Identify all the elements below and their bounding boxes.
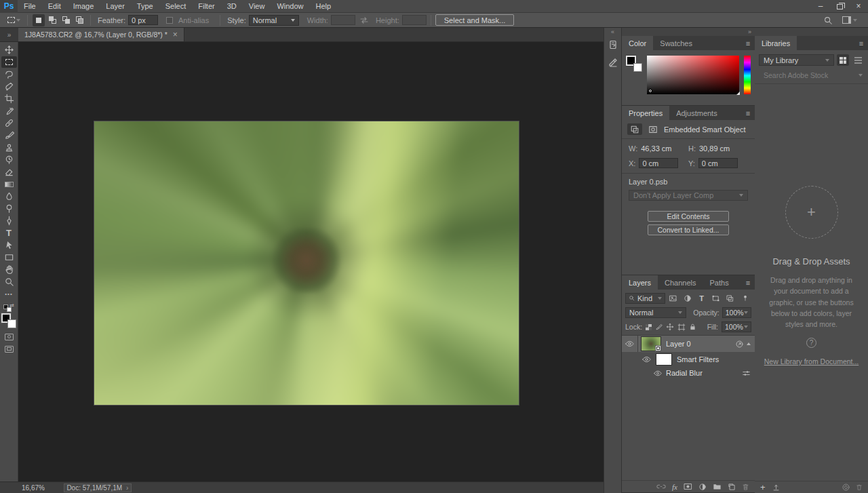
height-input[interactable] xyxy=(402,15,427,25)
y-input[interactable] xyxy=(698,158,738,168)
tab-adjustments[interactable]: Adjustments xyxy=(669,106,724,120)
filter-pixel-layers-icon[interactable] xyxy=(667,292,679,304)
smart-filters-row[interactable]: Smart Filters xyxy=(622,352,755,367)
add-content-icon[interactable]: + xyxy=(760,482,766,492)
x-input[interactable] xyxy=(639,158,678,168)
filter-shape-layers-icon[interactable] xyxy=(709,292,722,304)
menu-window[interactable]: Window xyxy=(271,0,309,13)
menu-type[interactable]: Type xyxy=(131,0,159,13)
collapse-filters-chevron[interactable] xyxy=(747,342,751,345)
swap-dimensions-icon[interactable] xyxy=(359,16,369,24)
eraser-tool[interactable] xyxy=(1,166,17,178)
foreground-background-swatches[interactable] xyxy=(1,313,16,328)
lock-image-pixels-icon[interactable] xyxy=(655,323,663,331)
menu-file[interactable]: File xyxy=(18,0,42,13)
tab-channels[interactable]: Channels xyxy=(658,275,703,290)
layer-thumbnail[interactable] xyxy=(641,336,661,351)
filtering-toggle[interactable] xyxy=(739,292,751,304)
close-tab-icon[interactable]: × xyxy=(173,30,178,39)
blend-mode-select[interactable]: Normal xyxy=(625,307,686,318)
share-library-icon[interactable] xyxy=(772,484,780,492)
filter-smart-objects-icon[interactable] xyxy=(724,292,736,304)
menu-image[interactable]: Image xyxy=(67,0,100,13)
minimize-button[interactable]: – xyxy=(811,0,830,12)
status-chevron-icon[interactable]: › xyxy=(126,484,128,492)
background-color-swatch[interactable] xyxy=(7,319,16,328)
crop-tool[interactable] xyxy=(1,93,17,104)
docked-panel-icon-1[interactable] xyxy=(605,36,621,54)
new-layer-icon[interactable] xyxy=(728,483,736,491)
lock-position-icon[interactable] xyxy=(666,323,674,331)
tool-preset-picker[interactable] xyxy=(5,14,22,26)
hand-tool[interactable] xyxy=(1,264,17,275)
edit-toolbar-button[interactable]: ••• xyxy=(1,288,17,300)
zoom-tool[interactable] xyxy=(1,276,17,288)
type-tool[interactable]: T xyxy=(1,227,17,239)
path-selection-tool[interactable] xyxy=(1,239,17,251)
drop-target-circle[interactable]: + xyxy=(785,186,838,239)
pen-tool[interactable] xyxy=(1,215,17,226)
eyedropper-tool[interactable] xyxy=(1,105,17,117)
canvas-area[interactable] xyxy=(18,42,604,481)
convert-to-linked-button[interactable]: Convert to Linked... xyxy=(648,224,729,235)
smart-filters-label[interactable]: Smart Filters xyxy=(677,355,719,363)
hue-slider[interactable] xyxy=(744,56,751,94)
document-image[interactable] xyxy=(94,121,519,405)
background-color[interactable] xyxy=(633,63,642,72)
panel-menu-icon[interactable]: ≡ xyxy=(741,106,755,120)
default-colors-icon[interactable]: ⇄ xyxy=(3,302,14,311)
layer-row-layer0[interactable]: Layer 0 xyxy=(622,336,755,352)
blur-tool[interactable] xyxy=(1,191,17,202)
color-cursor[interactable] xyxy=(648,89,652,93)
sync-status-icon[interactable] xyxy=(842,483,850,492)
tab-swatches[interactable]: Swatches xyxy=(653,36,699,50)
w-value[interactable]: 46,33 cm xyxy=(641,144,671,153)
subtract-from-selection-button[interactable] xyxy=(60,14,72,26)
color-panel-swatches[interactable] xyxy=(626,56,642,72)
help-icon[interactable]: ? xyxy=(806,338,816,348)
antialias-checkbox[interactable]: Anti-alias xyxy=(166,16,212,24)
tab-color[interactable]: Color xyxy=(622,36,653,50)
quick-selection-tool[interactable] xyxy=(1,81,17,92)
menu-edit[interactable]: Edit xyxy=(42,0,67,13)
filter-name[interactable]: Radial Blur xyxy=(666,369,703,377)
filter-options-icon[interactable] xyxy=(742,370,751,377)
visibility-toggle[interactable] xyxy=(652,367,664,379)
tab-properties[interactable]: Properties xyxy=(622,106,669,120)
filter-type-layers-icon[interactable]: T xyxy=(696,292,708,304)
dodge-tool[interactable] xyxy=(1,203,17,214)
menu-view[interactable]: View xyxy=(243,0,271,13)
filter-adjustment-layers-icon[interactable] xyxy=(682,292,694,304)
tab-paths[interactable]: Paths xyxy=(703,275,736,290)
saturation-brightness-field[interactable] xyxy=(647,56,739,94)
add-layer-mask-icon[interactable] xyxy=(684,483,692,490)
masks-properties-icon[interactable] xyxy=(646,123,660,135)
collapse-dock-arrow[interactable]: » xyxy=(748,28,751,35)
layer-name[interactable]: Layer 0 xyxy=(666,340,691,348)
layer-comp-select[interactable]: Don't Apply Layer Comp xyxy=(629,190,748,201)
visibility-toggle[interactable] xyxy=(639,352,653,367)
panel-menu-icon[interactable]: ≡ xyxy=(741,36,755,50)
spot-healing-brush-tool[interactable] xyxy=(1,117,17,129)
layer-style-icon[interactable]: fx xyxy=(672,483,677,491)
grid-view-button[interactable] xyxy=(837,54,849,66)
lock-all-icon[interactable] xyxy=(689,323,696,331)
new-group-icon[interactable] xyxy=(713,483,722,490)
new-library-from-document-link[interactable]: New Library from Document... xyxy=(764,357,859,366)
screen-mode-button[interactable] xyxy=(1,343,17,355)
restore-button[interactable] xyxy=(830,0,849,12)
library-select[interactable]: My Library xyxy=(759,54,834,66)
tab-libraries[interactable]: Libraries xyxy=(755,36,797,50)
smart-object-properties-icon[interactable] xyxy=(627,123,642,135)
rectangle-tool[interactable] xyxy=(1,252,17,263)
quick-mask-mode-button[interactable] xyxy=(1,331,17,342)
lasso-tool[interactable] xyxy=(1,68,17,80)
intersect-selection-button[interactable] xyxy=(73,14,85,26)
menu-3d[interactable]: 3D xyxy=(221,0,243,13)
new-selection-button[interactable] xyxy=(33,14,45,26)
panel-menu-icon[interactable]: ≡ xyxy=(854,36,868,50)
menu-layer[interactable]: Layer xyxy=(100,0,131,13)
panel-menu-icon[interactable]: ≡ xyxy=(741,275,755,290)
link-layers-icon[interactable] xyxy=(656,484,666,490)
edit-contents-button[interactable]: Edit Contents xyxy=(648,211,729,222)
